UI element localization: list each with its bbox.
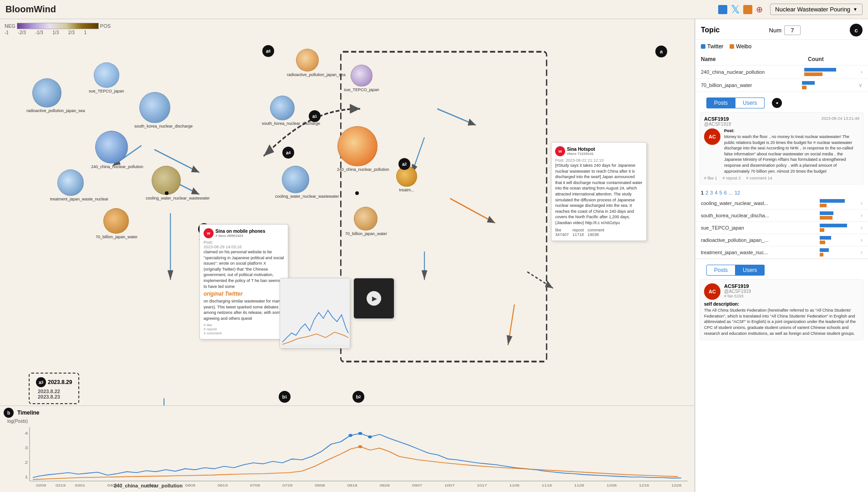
svg-text:0808: 0808: [315, 483, 325, 487]
posts-btn2[interactable]: Posts: [706, 265, 735, 276]
svg-text:0619: 0619: [218, 483, 228, 487]
weibo-box-icon: [743, 5, 752, 14]
node-label: sue_TEPCO_japan: [344, 87, 379, 92]
post-comment: # comment 14: [746, 176, 772, 180]
badge-b1: b1: [279, 391, 291, 403]
svg-text:0818: 0818: [347, 483, 357, 487]
popup-mobile-stats: # like# repost# comment: [204, 323, 284, 335]
tl-name-2: sue_TEPCO_japan: [701, 225, 820, 231]
chevron-down-icon: ▼: [853, 7, 858, 12]
node-sue-tepco-left[interactable]: sue_TEPCO_japan: [89, 62, 124, 94]
badge-a1: a1: [309, 110, 321, 122]
popup-mobile-label: Post:: [204, 240, 284, 245]
topic-list-4[interactable]: treatment_japan_waste_nuc... ›: [695, 246, 868, 259]
node-70billion-left[interactable]: 70_billion_japan_water: [96, 208, 137, 240]
page-12[interactable]: 12: [735, 190, 740, 195]
expand-arrow-1[interactable]: ∨: [858, 82, 863, 88]
tl-bars-1: [820, 211, 861, 220]
svg-text:0907: 0907: [412, 483, 422, 487]
col-name-header: Name: [701, 56, 808, 62]
pu-toggle2-area: Posts Users: [695, 259, 868, 279]
topic-list-2[interactable]: sue_TEPCO_japan ›: [695, 222, 868, 234]
tl-bars-4: [820, 248, 861, 256]
video-popup-b2[interactable]: ▶: [353, 278, 394, 319]
topic-list-3[interactable]: radioactive_pollution_japan_... ›: [695, 234, 868, 246]
badge-b: b: [4, 408, 14, 418]
popup-mobile-highlight: original Twitter: [204, 291, 284, 297]
node-radioactive-left[interactable]: radioactive_pollution_japan_sea: [26, 78, 67, 113]
post-like: # like 1: [704, 176, 717, 180]
video-chart: [280, 278, 350, 348]
node-southkorea-right[interactable]: south_korea_nuclear_discharge: [262, 96, 303, 126]
node-240china-left[interactable]: 240_china_nuclear_pollution: [91, 131, 132, 169]
timeline-section: b Timeline log(Posts) 4 3 2 1 0209 02: [0, 405, 694, 492]
post-repost: # repost 2: [723, 176, 741, 180]
node-cooling-right[interactable]: cooling_water_nuclear_wastewater: [275, 166, 316, 199]
topic-row-1[interactable]: 70_billion_japan_water ∨: [695, 79, 868, 92]
node-sue-tepco-right[interactable]: sue_TEPCO_japan: [344, 65, 379, 92]
page-3[interactable]: 3: [710, 190, 713, 195]
topic-list-0[interactable]: cooling_water_nuclear_wast... ›: [695, 197, 868, 210]
expand-arrow-0[interactable]: ›: [861, 69, 863, 75]
user-handle: @ACSF1919: [724, 289, 751, 294]
tl-bars-0: [820, 199, 861, 207]
svg-text:1216: 1216: [639, 483, 649, 487]
user-fan: # fan 5193: [724, 294, 751, 298]
node-label: sue_TEPCO_japan: [89, 89, 124, 94]
svg-text:1017: 1017: [477, 483, 487, 487]
badge-a4: a4: [282, 147, 294, 159]
page-4[interactable]: 4: [715, 190, 717, 195]
viz-panel: NEG POS -1-2/3-1/31/32/31 a: [0, 19, 695, 492]
node-70billion-right[interactable]: 70_billion_japan_water: [345, 207, 386, 236]
node-240china-right[interactable]: 240_china_nuclear_pollution: [337, 126, 378, 172]
main-content: NEG POS -1-2/3-1/31/32/31 a: [0, 19, 868, 492]
svg-text:4: 4: [25, 430, 28, 435]
node-cooling-left[interactable]: cooling_water_nuclear_wastewater: [146, 166, 187, 201]
timeline-y-label: log(Posts): [7, 419, 691, 424]
tl-arrow-4[interactable]: ›: [861, 249, 863, 256]
tl-arrow-3[interactable]: ›: [861, 237, 863, 243]
num-input[interactable]: [784, 26, 801, 35]
right-panel: Topic Num c Twitter Weibo Name Count: [695, 19, 868, 492]
page-5[interactable]: 5: [720, 190, 722, 195]
post-user-name: ACSF1919: [704, 116, 731, 122]
svg-text:0301: 0301: [75, 483, 85, 487]
topic-list-1[interactable]: south_korea_nuclear_discha... ›: [695, 210, 868, 222]
users-btn[interactable]: Users: [735, 97, 765, 108]
node-radioactive-right-top[interactable]: radioactive_pollution_japan_sea: [287, 49, 328, 77]
svg-text:0609: 0609: [185, 483, 195, 487]
popup-text: [#Study says it takes 240 days for Japan…: [555, 163, 643, 226]
user-info: ACSF1919 @ACSF1919 # fan 5193: [724, 283, 751, 300]
node-southkorea-left[interactable]: south_korea_nuclear_discharge: [134, 92, 175, 129]
node-treatment-left[interactable]: treatment_japan_waste_nuclear: [50, 169, 91, 202]
topic-row-0[interactable]: 240_china_nuclear_pollution ›: [695, 66, 868, 79]
tl-arrow-1[interactable]: ›: [861, 212, 863, 219]
node-label: radioactive_pollution_japan_sea: [26, 108, 67, 113]
svg-text:1106: 1106: [509, 483, 519, 487]
posts-btn[interactable]: Posts: [706, 97, 735, 108]
svg-text:1126: 1126: [574, 483, 584, 487]
page-1[interactable]: 1: [701, 190, 704, 195]
tl-name-1: south_korea_nuclear_discha...: [701, 213, 820, 218]
node-label: cooling_water_nuclear_wastewater: [146, 196, 187, 201]
user-display-name: ACSF1919: [724, 283, 751, 289]
tl-arrow-2[interactable]: ›: [861, 225, 863, 231]
page-6[interactable]: 6: [724, 190, 727, 195]
users-btn2[interactable]: Users: [735, 265, 765, 276]
row-bars-1: [802, 81, 857, 89]
pu-toggle: Posts Users: [706, 97, 765, 108]
node-treatment-right[interactable]: treatm...: [396, 166, 417, 193]
play-button[interactable]: ▶: [367, 291, 381, 306]
rp-legend-area: Twitter Weibo: [695, 40, 868, 53]
post-date: 2023-08-24 13:21:49: [821, 116, 859, 121]
topic-dropdown[interactable]: Nuclear Wastewater Pouring ▼: [770, 4, 863, 15]
page-2[interactable]: 2: [705, 190, 708, 195]
post-avatar: AC: [704, 128, 720, 145]
tl-arrow-0[interactable]: ›: [861, 200, 863, 206]
tl-bars-3: [820, 236, 861, 244]
video-popup-b1: [280, 278, 350, 348]
user-desc-title: self description:: [704, 302, 859, 307]
legend-weibo-label: Weibo: [736, 43, 751, 50]
header: BloomWind 𝕏 ⊕ Nuclear Wastewater Pouring…: [0, 0, 868, 19]
rp-legend: Twitter Weibo: [701, 43, 863, 50]
